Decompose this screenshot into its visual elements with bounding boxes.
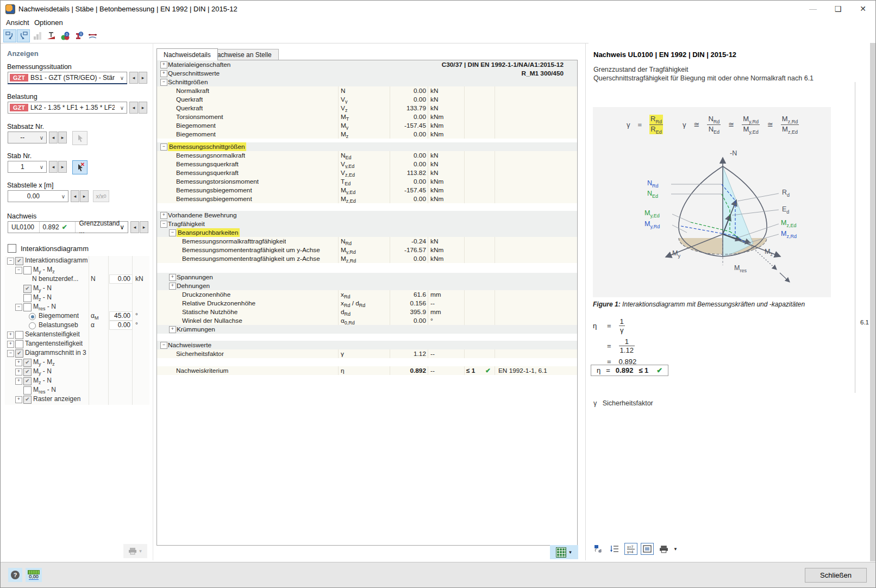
result-diagram-icon[interactable]: [31, 29, 44, 42]
jump-back-icon[interactable]: [3, 29, 16, 42]
tree-row[interactable]: +✔My - Mz: [5, 358, 149, 367]
table-section-row[interactable]: +Vorhandene Bewehrung: [157, 211, 577, 220]
table-section-row[interactable]: +QuerschnittswerteR_M1 300/450: [157, 69, 577, 78]
tree-row[interactable]: −✔Diagrammschnitt in 3: [5, 348, 149, 358]
show-values-icon[interactable]: x=7y=4: [624, 543, 637, 555]
close-button[interactable]: Schließen: [805, 568, 867, 583]
checkbox-icon[interactable]: [23, 386, 32, 395]
expand-icon[interactable]: +: [7, 341, 14, 348]
collapse-icon[interactable]: −: [7, 258, 14, 265]
location-prev-button[interactable]: ◂: [71, 190, 79, 202]
expand-icon[interactable]: +: [7, 331, 14, 339]
situation-prev-button[interactable]: ◂: [129, 72, 138, 84]
tree-item-value[interactable]: 45.00: [109, 311, 133, 321]
checkbox-icon[interactable]: [15, 331, 23, 339]
checkbox-icon[interactable]: [23, 294, 32, 302]
tree-row[interactable]: Belastungsebα0.00°: [5, 321, 149, 330]
interaction-diagram-toggle[interactable]: Interaktionsdiagramm: [8, 244, 89, 253]
situation-next-button[interactable]: ▸: [139, 72, 147, 84]
member-next-button[interactable]: ▸: [58, 161, 67, 173]
table-section-row[interactable]: −Bemessungsschnittgrößen: [157, 142, 577, 151]
collapse-icon[interactable]: −: [15, 304, 22, 311]
checkbox-icon[interactable]: ✔: [23, 377, 32, 385]
member-prev-button[interactable]: ◂: [49, 161, 58, 173]
collapse-icon[interactable]: −: [169, 229, 176, 236]
tree-row[interactable]: BiegemomentαM45.00°: [5, 311, 149, 321]
checkbox-icon[interactable]: [8, 244, 16, 253]
tree-row[interactable]: ✔My - N: [5, 284, 149, 293]
radio-icon[interactable]: [29, 313, 36, 320]
loading-prev-button[interactable]: ◂: [129, 102, 138, 114]
menu-ansicht[interactable]: Ansicht: [6, 18, 29, 27]
section-info-icon[interactable]: 0: [72, 29, 85, 42]
location-select[interactable]: 0.00 ∨: [8, 190, 68, 202]
expand-icon[interactable]: +: [160, 212, 167, 219]
expand-icon[interactable]: +: [15, 396, 22, 403]
tree-row[interactable]: +Tangentensteifigkeit: [5, 339, 149, 348]
close-icon[interactable]: ✕: [850, 1, 875, 17]
color-scale-icon[interactable]: 0: [59, 29, 72, 42]
checkbox-icon[interactable]: ✔: [15, 349, 23, 358]
member-set-prev-button[interactable]: ◂: [49, 132, 58, 143]
tree-row[interactable]: Mres - N: [5, 385, 149, 395]
tab-nachweisdetails[interactable]: Nachweisdetails: [157, 48, 218, 60]
tree-row[interactable]: N benutzerdef...N0.00kN: [5, 274, 149, 284]
member-select[interactable]: 1 ∨: [8, 161, 47, 173]
checkbox-icon[interactable]: ✔: [23, 396, 32, 404]
expand-icon[interactable]: +: [169, 326, 176, 333]
tree-row[interactable]: +✔My - N: [5, 367, 149, 376]
expand-icon[interactable]: +: [160, 70, 167, 77]
print-report-button[interactable]: [657, 543, 670, 555]
xx0-button[interactable]: x/x0: [93, 190, 109, 202]
table-section-row[interactable]: −Beanspruchbarkeiten: [157, 228, 577, 237]
tree-row[interactable]: +✔Mz - N: [5, 376, 149, 385]
minimize-button[interactable]: —: [800, 1, 825, 17]
units-settings-button[interactable]: 0,00: [26, 568, 42, 582]
relation-scheme-icon[interactable]: [592, 543, 605, 555]
table-section-row[interactable]: −Nachweiswerte: [157, 341, 577, 349]
collapse-icon[interactable]: −: [160, 342, 167, 349]
table-section-row[interactable]: +Dehnungen: [157, 282, 577, 290]
loading-select[interactable]: GZT LK2 - 1.35 * LF1 + 1.35 * LF2 + 1...…: [8, 102, 127, 114]
checkbox-icon[interactable]: [15, 340, 23, 348]
expand-icon[interactable]: +: [15, 378, 22, 385]
expand-icon[interactable]: +: [169, 274, 176, 281]
export-excel-button[interactable]: ▼: [550, 545, 578, 559]
maximize-button[interactable]: ❑: [825, 1, 850, 17]
tree-row[interactable]: −My - Mz: [5, 265, 149, 274]
table-section-row[interactable]: −Tragfähigkeit: [157, 220, 577, 228]
checkbox-icon[interactable]: ✔: [23, 368, 32, 376]
check-selector[interactable]: UL0100 0.892✔ Grenzzustand ...∨: [8, 221, 128, 233]
tree-item-value[interactable]: 0.00: [109, 274, 133, 284]
expand-icon[interactable]: +: [169, 283, 176, 290]
help-button[interactable]: ?: [8, 568, 22, 582]
tree-row[interactable]: −✔Interaktionsdiagramm: [5, 256, 149, 265]
table-section-row[interactable]: −Schnittgrößen: [157, 78, 577, 86]
collapse-icon[interactable]: −: [7, 350, 14, 357]
member-pick-button[interactable]: ✕: [72, 160, 87, 174]
design-situation-select[interactable]: GZT BS1 - GZT (STR/GEO) - Ständig u... ∨: [8, 72, 127, 84]
member-set-select[interactable]: -- ∨: [8, 132, 47, 143]
collapse-icon[interactable]: −: [15, 267, 22, 274]
table-section-row[interactable]: +Spannungen: [157, 273, 577, 282]
show-figures-icon[interactable]: [641, 543, 654, 555]
loading-next-button[interactable]: ▸: [139, 102, 147, 114]
expand-icon[interactable]: +: [15, 359, 22, 366]
dimension-icon[interactable]: [45, 29, 58, 42]
tree-row[interactable]: +✔Raster anzeigen: [5, 395, 149, 404]
dropdown-arrow-icon[interactable]: ▼: [673, 547, 678, 552]
checkbox-icon[interactable]: ✔: [23, 285, 32, 293]
check-prev-button[interactable]: ◂: [130, 221, 139, 233]
table-section-row[interactable]: +Krümmungen: [157, 325, 577, 334]
member-view-icon[interactable]: [86, 29, 99, 42]
expand-list-icon[interactable]: [608, 543, 621, 555]
print-button[interactable]: ▼: [123, 544, 147, 558]
member-set-pick-button[interactable]: [72, 131, 87, 145]
checkbox-icon[interactable]: ✔: [23, 359, 32, 367]
tree-row[interactable]: Mz - N: [5, 293, 149, 302]
checkbox-icon[interactable]: [23, 266, 32, 274]
member-set-next-button[interactable]: ▸: [58, 132, 67, 143]
collapse-icon[interactable]: −: [160, 221, 167, 228]
radio-icon[interactable]: [29, 322, 36, 329]
checkbox-icon[interactable]: ✔: [15, 257, 23, 265]
